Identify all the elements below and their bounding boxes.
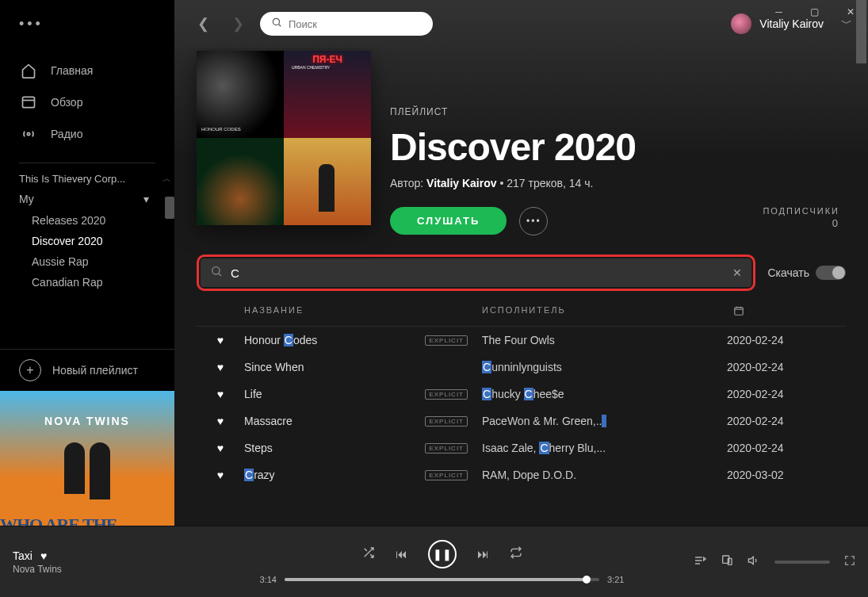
player-track-title[interactable]: Taxi: [13, 549, 33, 562]
volume-icon[interactable]: [748, 554, 760, 569]
playlist-title: Discover 2020: [390, 125, 636, 169]
calendar-icon[interactable]: [727, 305, 751, 318]
track-date: 2020-02-24: [727, 442, 846, 454]
track-artist[interactable]: Cunninlynguists: [482, 361, 727, 373]
svg-point-1: [27, 132, 29, 135]
sidebar-folder-my[interactable]: My ▾: [0, 188, 168, 210]
explicit-badge: EXPLICIT: [425, 389, 468, 400]
duration-time: 3:21: [607, 575, 624, 584]
track-row[interactable]: ♥LifeEXPLICITChucky Chee$e2020-02-24: [197, 381, 846, 408]
track-date: 2020-02-24: [727, 361, 846, 373]
track-row[interactable]: ♥StepsEXPLICITIsaac Zale, Cherry Blu,...…: [197, 434, 846, 461]
track-row[interactable]: ♥CrazyEXPLICITRAM, Dope D.O.D.2020-03-02: [197, 461, 846, 488]
explicit-badge: EXPLICIT: [425, 335, 468, 346]
track-artist[interactable]: PaceWon & Mr. Green,..: [482, 415, 727, 427]
minimize-button[interactable]: ─: [761, 0, 797, 24]
download-toggle[interactable]: [816, 266, 846, 280]
download-label: Скачать: [768, 266, 810, 279]
like-button[interactable]: ♥: [197, 442, 244, 454]
nav-browse[interactable]: Обзор: [0, 86, 174, 118]
track-artist[interactable]: Chucky Chee$e: [482, 388, 727, 400]
track-title: MassacreEXPLICIT: [244, 415, 482, 427]
search-input[interactable]: [289, 18, 422, 30]
like-button[interactable]: ♥: [197, 415, 244, 427]
explicit-badge: EXPLICIT: [425, 443, 468, 453]
track-artist[interactable]: RAM, Dope D.O.D.: [482, 469, 727, 481]
track-artist[interactable]: Isaac Zale, Cherry Blu,...: [482, 442, 727, 454]
play-button[interactable]: СЛУШАТЬ: [390, 207, 507, 235]
next-button[interactable]: ⏭: [477, 547, 489, 561]
subscribers-count: ПОДПИСЧИКИ 0: [763, 206, 839, 229]
col-artist[interactable]: ИСПОЛНИТЕЛЬ: [482, 305, 727, 318]
explicit-badge: EXPLICIT: [425, 416, 468, 427]
svg-rect-4: [735, 308, 744, 315]
like-button[interactable]: ♥: [197, 469, 244, 481]
track-title: CrazyEXPLICIT: [244, 469, 482, 481]
playlist-meta: Автор: Vitaliy Kairov • 217 треков, 14 ч…: [390, 177, 636, 189]
window-titlebar: ─ ▢ ✕: [761, 0, 868, 24]
like-button[interactable]: ♥: [197, 334, 244, 346]
search-icon: [210, 265, 223, 281]
track-title: LifeEXPLICIT: [244, 388, 482, 400]
search-icon: [271, 17, 282, 31]
svg-point-3: [212, 267, 220, 274]
track-date: 2020-02-24: [727, 388, 846, 400]
track-title: Honour CodesEXPLICIT: [244, 334, 482, 346]
sidebar-playlist-item[interactable]: Canadian Rap: [0, 272, 168, 293]
player-like-button[interactable]: ♥: [40, 549, 47, 562]
sidebar-playlist-item[interactable]: Releases 2020: [0, 210, 168, 231]
search-box[interactable]: [260, 12, 433, 36]
clear-filter-button[interactable]: ✕: [732, 266, 742, 279]
filter-input[interactable]: [231, 266, 732, 280]
play-pause-button[interactable]: ❚❚: [428, 540, 457, 568]
like-button[interactable]: ♥: [197, 388, 244, 400]
cover-artist: NOVA TWINS: [44, 415, 130, 427]
nav-forward-button[interactable]: ❯: [225, 11, 250, 36]
folder-label: My: [19, 193, 34, 205]
volume-slider[interactable]: [774, 561, 830, 564]
shuffle-button[interactable]: [362, 546, 375, 561]
player-bar: Taxi ♥ Nova Twins ⏮ ❚❚ ⏭ 3:14 3:21: [0, 526, 868, 597]
nav-home[interactable]: Главная: [0, 55, 174, 86]
player-artist[interactable]: Nova Twins: [13, 564, 203, 575]
main-content: ❮ ❯ Vitaliy Kairov ﹀ ПЯ-ЕЧ ПЛЕЙЛИСТ Di: [174, 0, 868, 526]
sidebar-playlist-item[interactable]: Aussie Rap: [0, 251, 168, 272]
nav-radio-label: Радио: [51, 128, 82, 140]
queue-button[interactable]: [694, 554, 706, 569]
col-title[interactable]: НАЗВАНИЕ: [244, 305, 482, 318]
svg-rect-0: [23, 97, 35, 107]
devices-button[interactable]: [721, 554, 733, 569]
track-title: StepsEXPLICIT: [244, 442, 482, 454]
maximize-button[interactable]: ▢: [797, 0, 832, 24]
track-title: Since When: [244, 361, 482, 373]
progress-bar[interactable]: [285, 578, 599, 581]
track-artist[interactable]: The Four Owls: [482, 334, 727, 346]
like-button[interactable]: ♥: [197, 361, 244, 373]
nav-radio[interactable]: Радио: [0, 118, 174, 150]
filter-highlight: ✕: [197, 254, 755, 291]
close-button[interactable]: ✕: [832, 0, 868, 24]
track-row[interactable]: ♥Honour CodesEXPLICITThe Four Owls2020-0…: [197, 327, 846, 354]
track-row[interactable]: ♥Since WhenCunninlynguists2020-02-24: [197, 354, 846, 381]
sidebar: ••• Главная Обзор Радио ︿ This Is Thieve…: [0, 0, 174, 565]
repeat-button[interactable]: [510, 546, 522, 561]
nav-back-button[interactable]: ❮: [190, 11, 216, 36]
track-row[interactable]: ♥MassacreEXPLICITPaceWon & Mr. Green,.. …: [197, 408, 846, 434]
more-button[interactable]: •••: [519, 207, 548, 235]
radio-icon: [19, 124, 38, 144]
browse-icon: [19, 93, 38, 112]
app-menu-button[interactable]: •••: [0, 0, 174, 48]
sidebar-scrollbar[interactable]: [165, 197, 174, 219]
playlist-author[interactable]: Vitaliy Kairov: [426, 177, 496, 189]
scroll-up-icon[interactable]: ︿: [163, 173, 171, 185]
elapsed-time: 3:14: [260, 575, 277, 584]
chevron-down-icon: ▾: [143, 193, 149, 205]
prev-button[interactable]: ⏮: [396, 547, 407, 561]
fullscreen-button[interactable]: [844, 555, 855, 568]
sidebar-item-truncated[interactable]: This Is Thievery Corp...: [0, 170, 168, 188]
track-date: 2020-02-24: [727, 415, 846, 427]
sidebar-playlist-item[interactable]: Discover 2020: [0, 231, 168, 251]
plus-icon: +: [19, 359, 41, 381]
playlist-type: ПЛЕЙЛИСТ: [390, 106, 636, 117]
new-playlist-button[interactable]: + Новый плейлист: [0, 349, 174, 391]
